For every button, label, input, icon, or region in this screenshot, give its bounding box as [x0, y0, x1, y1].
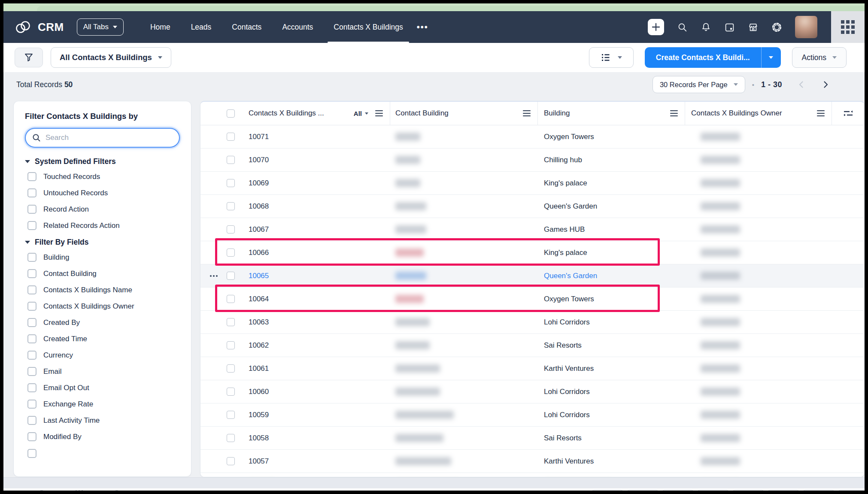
- filter-item-untouched-records[interactable]: Untouched Records: [27, 188, 180, 197]
- actions-dropdown[interactable]: Actions: [792, 47, 847, 68]
- tab-contacts[interactable]: Contacts: [222, 11, 272, 43]
- row-checkbox[interactable]: [227, 202, 235, 210]
- row-checkbox[interactable]: [227, 295, 235, 303]
- record-id-link[interactable]: 10071: [249, 133, 269, 141]
- building-link[interactable]: Sai Resorts: [544, 341, 582, 350]
- row-checkbox[interactable]: [227, 249, 235, 257]
- table-row[interactable]: 10057Karthi Ventures: [200, 450, 864, 473]
- checkbox[interactable]: [27, 432, 36, 441]
- row-checkbox[interactable]: [227, 179, 235, 187]
- checkbox[interactable]: [27, 334, 36, 343]
- table-row[interactable]: 10071Oxygen Towers: [200, 125, 864, 149]
- filter-item-email[interactable]: Email: [27, 367, 180, 376]
- building-link[interactable]: Chilling hub: [544, 156, 582, 164]
- tab-accounts[interactable]: Accounts: [272, 11, 323, 43]
- row-checkbox[interactable]: [227, 272, 235, 280]
- row-checkbox[interactable]: [227, 225, 235, 233]
- filter-item-building[interactable]: Building: [27, 253, 180, 262]
- record-id-link[interactable]: 10060: [249, 388, 269, 396]
- select-all-checkbox[interactable]: [227, 109, 235, 118]
- prev-page-icon[interactable]: [797, 80, 806, 89]
- building-link[interactable]: King's palace: [544, 179, 587, 188]
- filter-item-contacts-x-buildings-owner[interactable]: Contacts X Buildings Owner: [27, 302, 180, 311]
- building-link[interactable]: Sai Resorts: [544, 434, 582, 442]
- marketplace-store-icon[interactable]: [748, 22, 759, 33]
- column-all-filter-dropdown[interactable]: All: [354, 110, 368, 117]
- checkbox[interactable]: [27, 188, 36, 197]
- building-link[interactable]: Oxygen Towers: [544, 295, 594, 303]
- row-checkbox[interactable]: [227, 364, 235, 373]
- column-menu-icon[interactable]: [523, 110, 531, 116]
- row-checkbox[interactable]: [227, 388, 235, 396]
- view-selector-dropdown[interactable]: All Contacts X Buildings: [51, 47, 171, 68]
- filter-button[interactable]: [15, 48, 43, 67]
- filter-item-created-time[interactable]: Created Time: [27, 334, 180, 343]
- filter-item-last-activity-time[interactable]: Last Activity Time: [27, 416, 180, 425]
- checkbox[interactable]: [27, 205, 36, 214]
- filter-item-created-by[interactable]: Created By: [27, 318, 180, 327]
- row-checkbox[interactable]: [227, 318, 235, 326]
- footer-partial-button[interactable]: [628, 490, 658, 491]
- person-icon[interactable]: [113, 490, 120, 491]
- filter-item-touched-records[interactable]: Touched Records: [27, 172, 180, 181]
- more-tabs-icon[interactable]: •••: [413, 22, 432, 32]
- checkbox[interactable]: [27, 253, 36, 262]
- filter-item-email-opt-out[interactable]: Email Opt Out: [27, 383, 180, 392]
- avatar[interactable]: [795, 16, 817, 38]
- row-checkbox[interactable]: [227, 457, 235, 465]
- filter-item-contact-building[interactable]: Contact Building: [27, 269, 180, 278]
- record-id-link[interactable]: 10070: [249, 156, 269, 164]
- column-header-name[interactable]: Contacts X Buildings ... All: [240, 102, 390, 125]
- row-actions-icon[interactable]: [210, 275, 218, 277]
- table-row[interactable]: 10069King's palace: [200, 172, 864, 195]
- checkbox[interactable]: [27, 351, 36, 360]
- table-row[interactable]: 10061Karthi Ventures: [200, 357, 864, 380]
- table-row-partial[interactable]: [200, 473, 864, 477]
- table-row[interactable]: 10063Lohi Corridors: [200, 311, 864, 334]
- footer-partial-button[interactable]: [768, 490, 798, 491]
- building-link[interactable]: King's palace: [544, 249, 587, 257]
- table-row[interactable]: 10060Lohi Corridors: [200, 380, 864, 403]
- column-header-contact-building[interactable]: Contact Building: [390, 102, 538, 125]
- checkbox[interactable]: [27, 416, 36, 425]
- record-id-link[interactable]: 10067: [249, 225, 269, 234]
- row-checkbox[interactable]: [227, 411, 235, 419]
- checkbox[interactable]: [27, 400, 36, 409]
- record-id-link[interactable]: 10061: [249, 364, 269, 373]
- notifications-bell-icon[interactable]: [701, 22, 711, 33]
- row-checkbox[interactable]: [227, 434, 235, 442]
- table-row[interactable]: 10058Sai Resorts: [200, 427, 864, 450]
- table-row[interactable]: 10066King's palace: [200, 241, 864, 264]
- records-per-page-dropdown[interactable]: 30 Records Per Page: [653, 76, 745, 93]
- list-view-style-dropdown[interactable]: [589, 47, 634, 68]
- create-record-split-button[interactable]: Create Contacts X Buildi...: [645, 47, 781, 68]
- checkbox[interactable]: [27, 383, 36, 392]
- smiley-icon[interactable]: [38, 490, 46, 491]
- table-row[interactable]: 10065Queen's Garden: [200, 264, 864, 288]
- quick-create-button[interactable]: [648, 19, 664, 35]
- filter-item-contacts-x-buildings-name[interactable]: Contacts X Buildings Name: [27, 285, 180, 294]
- dots-grid-icon[interactable]: [76, 490, 83, 491]
- filter-section-filter-by-fields[interactable]: Filter By Fields: [25, 238, 180, 247]
- table-row[interactable]: 10067Games HUB: [200, 218, 864, 241]
- record-id-link[interactable]: 10068: [249, 202, 269, 211]
- footer-partial-button[interactable]: [698, 490, 728, 491]
- row-checkbox[interactable]: [227, 133, 235, 141]
- filter-item-modified-by[interactable]: Modified By: [27, 432, 180, 441]
- apps-grid-button[interactable]: [831, 11, 865, 43]
- filter-item-record-action[interactable]: Record Action: [27, 205, 180, 214]
- filter-item-exchange-rate[interactable]: Exchange Rate: [27, 400, 180, 409]
- column-menu-icon[interactable]: [670, 110, 678, 116]
- column-menu-icon[interactable]: [817, 110, 825, 116]
- horizontal-scroll-strip[interactable]: [3, 477, 865, 488]
- record-id-link[interactable]: 10058: [249, 434, 269, 442]
- building-link[interactable]: Lohi Corridors: [544, 318, 590, 327]
- record-id-link[interactable]: 10064: [249, 295, 269, 303]
- column-menu-icon[interactable]: [375, 110, 383, 116]
- checkbox[interactable]: [27, 269, 36, 278]
- checkbox[interactable]: [27, 367, 36, 376]
- building-link[interactable]: Karthi Ventures: [544, 457, 594, 466]
- footer-partial-button[interactable]: [733, 490, 763, 491]
- filter-section-system-defined-filters[interactable]: System Defined Filters: [25, 157, 180, 166]
- search-input[interactable]: [25, 128, 180, 148]
